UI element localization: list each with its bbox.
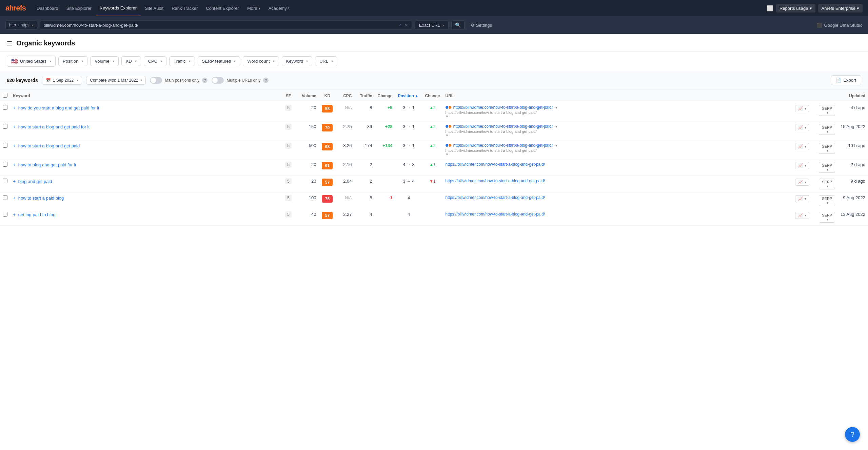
th-volume[interactable]: Volume	[295, 89, 319, 102]
serp-button[interactable]: SERP ▾	[819, 212, 835, 223]
filter-volume[interactable]: Volume ▾	[90, 56, 118, 66]
serp-button[interactable]: SERP ▾	[819, 143, 835, 154]
expand-row-icon[interactable]: +	[13, 105, 16, 110]
nav-academy[interactable]: Academy ↗	[264, 0, 294, 16]
url-link[interactable]: https://billwidmer.com/how-to-start-a-bl…	[453, 124, 553, 129]
expand-row-icon[interactable]: +	[13, 212, 16, 217]
select-all-checkbox[interactable]	[3, 93, 7, 98]
nav-content-explorer[interactable]: Content Explorer	[202, 0, 243, 16]
th-sf[interactable]: SF	[281, 89, 295, 102]
nav-dashboard[interactable]: Dashboard	[33, 0, 62, 16]
chart-button[interactable]: 📈 ▾	[795, 162, 809, 169]
url-link[interactable]: https://billwidmer.com/how-to-start-a-bl…	[453, 105, 553, 110]
url-link[interactable]: https://billwidmer.com/how-to-start-a-bl…	[446, 195, 545, 200]
keyword-link[interactable]: how to start a blog and get paid for it	[18, 124, 90, 129]
url-input[interactable]	[44, 23, 395, 28]
row-checkbox[interactable]	[3, 162, 7, 167]
row-checkbox[interactable]	[3, 212, 7, 217]
th-keyword[interactable]: Keyword	[10, 89, 281, 102]
chart-button[interactable]: 📈 ▾	[795, 143, 809, 150]
filter-country[interactable]: 🇺🇸 United States ▾	[7, 56, 56, 67]
chart-button[interactable]: 📈 ▾	[795, 195, 809, 202]
row-checkbox[interactable]	[3, 124, 7, 129]
settings-button[interactable]: ⚙ Settings	[467, 21, 495, 29]
logo[interactable]: ahrefs	[5, 4, 26, 13]
keyword-link[interactable]: how to start a paid blog	[18, 196, 64, 201]
th-kd[interactable]: KD	[319, 89, 336, 102]
url-expand-caret[interactable]: ▼	[555, 106, 558, 109]
th-position[interactable]: Position ▲	[395, 89, 422, 102]
hamburger-icon[interactable]: ☰	[7, 40, 12, 47]
url-link[interactable]: https://billwidmer.com/how-to-start-a-bl…	[446, 179, 545, 183]
export-button[interactable]: 📄 Export	[831, 75, 861, 85]
expand-row-icon[interactable]: +	[13, 179, 16, 184]
nav-site-explorer[interactable]: Site Explorer	[62, 0, 96, 16]
serp-button[interactable]: SERP ▾	[819, 162, 835, 173]
keyword-link[interactable]: getting paid to blog	[18, 212, 56, 217]
filter-kd[interactable]: KD ▾	[121, 56, 141, 66]
row-checkbox[interactable]	[3, 195, 7, 200]
row-checkbox[interactable]	[3, 105, 7, 110]
url-sub-collapse-icon[interactable]: ▼	[446, 115, 790, 118]
filter-position[interactable]: Position ▾	[58, 56, 87, 66]
help-bubble-button[interactable]: ?	[845, 427, 860, 442]
expand-row-icon[interactable]: +	[13, 162, 16, 167]
multiple-urls-toggle[interactable]	[212, 77, 224, 84]
chart-button[interactable]: 📈 ▾	[795, 212, 809, 219]
th-change1[interactable]: Change	[375, 89, 395, 102]
nav-more[interactable]: More ▾	[243, 0, 264, 16]
url-link[interactable]: https://billwidmer.com/how-to-start-a-bl…	[446, 162, 545, 167]
url-expand-caret[interactable]: ▼	[555, 125, 558, 128]
reports-usage-button[interactable]: Reports usage ▾	[776, 4, 815, 13]
chart-button[interactable]: 📈 ▾	[795, 124, 809, 131]
enterprise-button[interactable]: Ahrefs Enterprise ▾	[818, 4, 863, 13]
url-link[interactable]: https://billwidmer.com/how-to-start-a-bl…	[453, 143, 553, 148]
nav-site-audit[interactable]: Site Audit	[141, 0, 167, 16]
chart-button[interactable]: 📈 ▾	[795, 179, 809, 186]
row-checkbox[interactable]	[3, 179, 7, 183]
main-positions-help-icon[interactable]: ?	[202, 78, 208, 83]
row-checkbox[interactable]	[3, 143, 7, 148]
keyword-link[interactable]: how to start a blog and get paid	[18, 143, 80, 148]
nav-rank-tracker[interactable]: Rank Tracker	[167, 0, 202, 16]
th-cpc[interactable]: CPC	[336, 89, 354, 102]
filter-cpc[interactable]: CPC ▾	[144, 56, 166, 66]
match-type-button[interactable]: Exact URL ▾	[415, 21, 449, 30]
filter-url[interactable]: URL ▾	[315, 56, 337, 66]
filter-word-count[interactable]: Word count ▾	[243, 56, 279, 66]
serp-button[interactable]: SERP ▾	[819, 124, 835, 135]
th-traffic[interactable]: Traffic	[354, 89, 375, 102]
serp-button[interactable]: SERP ▾	[819, 179, 835, 189]
keyword-link[interactable]: blog and get paid	[18, 179, 52, 184]
expand-row-icon[interactable]: +	[13, 143, 16, 148]
filter-traffic[interactable]: Traffic ▾	[169, 56, 195, 66]
protocol-button[interactable]: http + https ▾	[5, 21, 37, 29]
google-data-studio-button[interactable]: ⬛ Google Data Studio	[817, 23, 863, 28]
multiple-urls-help-icon[interactable]: ?	[263, 78, 269, 83]
chart-button[interactable]: 📈 ▾	[795, 105, 809, 112]
th-checkbox[interactable]	[0, 89, 10, 102]
th-change2[interactable]: Change	[422, 89, 443, 102]
expand-row-icon[interactable]: +	[13, 124, 16, 129]
filter-keyword[interactable]: Keyword ▾	[282, 56, 313, 66]
keyword-link[interactable]: how do you start a blog and get paid for…	[18, 105, 99, 110]
serp-button[interactable]: SERP ▾	[819, 105, 835, 116]
keyword-link[interactable]: how to blog and get paid for it	[18, 162, 76, 167]
th-updated[interactable]: Updated	[838, 89, 868, 102]
url-link[interactable]: https://billwidmer.com/how-to-start-a-bl…	[446, 212, 545, 217]
external-url-icon[interactable]: ↗	[398, 23, 402, 28]
nav-keywords-explorer[interactable]: Keywords Explorer	[96, 0, 141, 16]
expand-row-icon[interactable]: +	[13, 195, 16, 201]
url-sub-collapse-icon[interactable]: ▼	[446, 134, 790, 137]
url-sub-collapse-icon[interactable]: ▼	[446, 152, 790, 156]
serp-caret-icon: ▾	[827, 184, 828, 188]
serp-button[interactable]: SERP ▾	[819, 195, 835, 206]
clear-url-icon[interactable]: ✕	[405, 23, 408, 28]
main-positions-toggle[interactable]	[150, 77, 162, 84]
filter-serp-features[interactable]: SERP features ▾	[198, 56, 240, 66]
th-url[interactable]: URL	[443, 89, 793, 102]
compare-button[interactable]: Compare with: 1 Mar 2022 ▾	[86, 76, 146, 85]
url-expand-caret[interactable]: ▼	[555, 144, 558, 147]
search-button[interactable]: 🔍	[451, 20, 465, 30]
date-picker-button[interactable]: 📅 1 Sep 2022 ▾	[42, 76, 82, 85]
